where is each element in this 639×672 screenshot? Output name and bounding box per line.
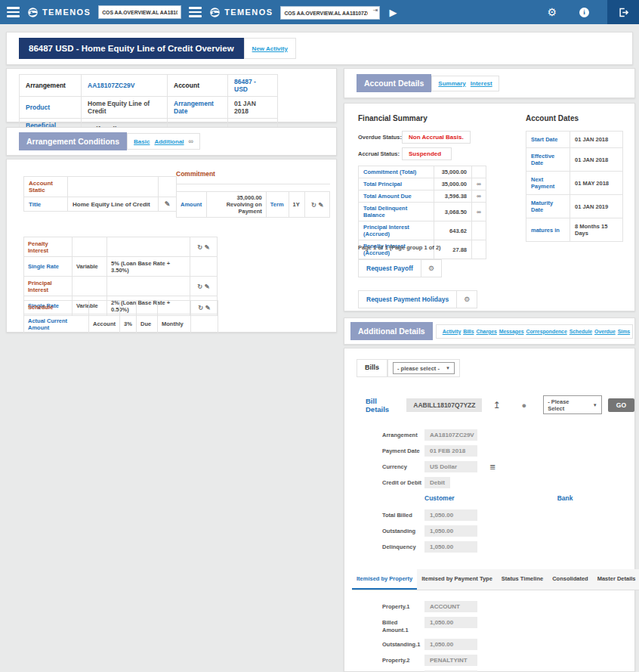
go-button[interactable]: GO [608,398,634,412]
command-line-input-2[interactable] [280,6,380,20]
bill-action-select-value: - Please Select [548,398,587,412]
rollover-refresh-icon[interactable]: ↻ [311,201,316,209]
field-value: 1,050.00 [424,525,477,537]
table-row: Title Home Equity Line of Credit ✎ [24,197,177,212]
rollover-refresh-icon[interactable]: ↻ [197,283,202,290]
correspondence-link[interactable]: Correspondence [526,329,566,334]
additional-details-header-card: Additional Details Activity Bills Charge… [344,317,635,345]
empty-cell [472,240,486,259]
field-label: Billed Amount.1 [382,617,424,634]
actual-current-amount-label: Actual Current Amount [24,314,89,334]
info-icon[interactable]: i [579,8,589,17]
arrangement-id-link[interactable]: AA18107ZC29V [82,75,168,97]
edit-pencil-icon[interactable]: ✎ [205,283,210,290]
fin-value: 3,068.50 [434,203,472,221]
logout-icon [618,7,629,18]
schedule-link[interactable]: Schedule [570,329,592,334]
tab-itemised-by-property[interactable]: Itemised by Property [352,569,417,590]
bills-link[interactable]: Bills [463,329,474,334]
additional-link[interactable]: Additional [154,138,184,145]
payment-orders-link[interactable]: Payment Orders [632,329,633,334]
tab-consolidated[interactable]: Consolidated [548,569,593,590]
new-activity-link[interactable]: New Activity [244,38,296,59]
request-payment-holidays-button[interactable]: Request Payment Holidays ⚙ [358,290,477,308]
view-details-icon[interactable]: ∞ [472,178,486,190]
commitment-block: Commitment Amount 35,000.00 Revolving on… [176,170,330,218]
run-command-icon[interactable]: ▶ [389,7,397,18]
edit-pencil-icon[interactable]: ✎ [205,243,210,251]
bills-select[interactable]: - please select - ▼ [393,362,455,374]
schedule-rate: 3% [120,314,137,334]
date-value: 8 Months 15 Days [570,218,623,242]
empty-cell [68,177,159,197]
table-row: Product Home Equity Line of Credit Arran… [20,97,278,119]
field-row: Property.2 PENALTYINT [382,655,634,666]
settings-gear-icon[interactable]: ⚙ [547,6,557,18]
title-label: Title [24,197,68,212]
customer-column-link[interactable]: Customer [424,494,455,502]
charges-link[interactable]: Charges [476,329,496,334]
amount-number: 35,000.00 [211,194,262,201]
tab-master-details[interactable]: Master Details [593,569,639,590]
payoff-gear-icon[interactable]: ⚙ [421,259,442,277]
field-label: Outstanding.1 [382,639,424,649]
empty-cell [137,301,158,314]
edit-pencil-icon[interactable]: ✎ [159,197,177,212]
messages-link[interactable]: Messages [499,329,524,334]
rollover-refresh-icon[interactable]: ↻ [198,304,203,311]
field-value: PENALTYINT [424,655,477,666]
account-static-table: Account Static Title Home Equity Line of… [23,176,177,212]
table-row: Principal Interest ↻ ✎ [24,277,218,296]
accrual-status-value: Suspended [402,147,452,160]
schedule-account: Account [89,314,120,334]
account-id-link[interactable]: 86487 - USD [228,75,278,97]
tab-status-timeline[interactable]: Status Timeline [497,569,548,590]
holidays-gear-icon[interactable]: ⚙ [457,290,477,308]
fin-value: 643.62 [434,221,472,240]
upload-icon[interactable]: ↥ [492,400,500,410]
tab-itemised-by-payment-type[interactable]: Itemised by Payment Type [417,569,497,590]
table-row: Actual Current Amount Account 3% Due Mon… [24,314,218,334]
interest-link[interactable]: Interest [471,80,492,87]
date-label: Start Date [526,132,570,148]
request-payoff-label[interactable]: Request Payoff [358,259,421,277]
overdue-link[interactable]: Overdue [594,329,616,334]
request-payoff-button[interactable]: Request Payoff ⚙ [358,259,442,277]
currency-list-icon[interactable]: ≣ [489,461,495,471]
overdue-status-value: Non Accrual Basis. [402,131,471,144]
field-label: Outstanding [382,525,424,535]
activity-link[interactable]: Activity [443,329,462,334]
record-circle-icon[interactable]: ● [522,401,527,410]
term-label: Term [266,192,289,218]
sims-link[interactable]: Sims [618,329,630,334]
request-payment-holidays-label[interactable]: Request Payment Holidays [358,290,457,308]
empty-cell [191,314,218,334]
command-line-input-1[interactable] [98,5,181,19]
view-details-icon[interactable]: ∞ [472,190,486,203]
table-row: Schedule ↻ ✎ [24,301,218,314]
empty-cell [472,166,486,178]
bills-label: Bills [357,359,387,377]
view-more-icon[interactable]: ∞ [189,138,193,145]
edit-pencil-icon[interactable]: ✎ [318,201,323,209]
field-row: Delinquency 1,050.00 [382,541,634,553]
menu-hamburger-icon[interactable] [7,7,20,17]
table-row: Total Amount Due 3,596.38 ∞ [359,190,486,203]
summary-link[interactable]: Summary [438,80,465,87]
menu-hamburger-icon-2[interactable] [189,7,202,17]
bill-action-select[interactable]: - Please Select ▼ [543,395,602,414]
date-value: 01 JAN 2019 [570,195,623,218]
field-label: Currency [382,461,424,471]
rollover-refresh-icon[interactable]: ↻ [197,243,202,251]
edit-pencil-icon[interactable]: ✎ [205,304,211,311]
view-details-icon[interactable]: ∞ [472,203,486,221]
topbar-right-tools: ⚙ i [547,0,639,24]
bill-details-toolbar: Bill Details AABILL18107Q7YZZ ↥ ● - Plea… [366,395,634,414]
logout-button[interactable] [607,0,639,24]
basic-link[interactable]: Basic [134,138,150,145]
rate-type: Variable [73,257,107,277]
fin-value: 35,000.00 [434,178,472,190]
command-launch-icon[interactable]: ⇥ [373,7,378,14]
bank-column-link[interactable]: Bank [557,494,573,502]
temenos-logo-2: TEMENOS [209,7,273,18]
